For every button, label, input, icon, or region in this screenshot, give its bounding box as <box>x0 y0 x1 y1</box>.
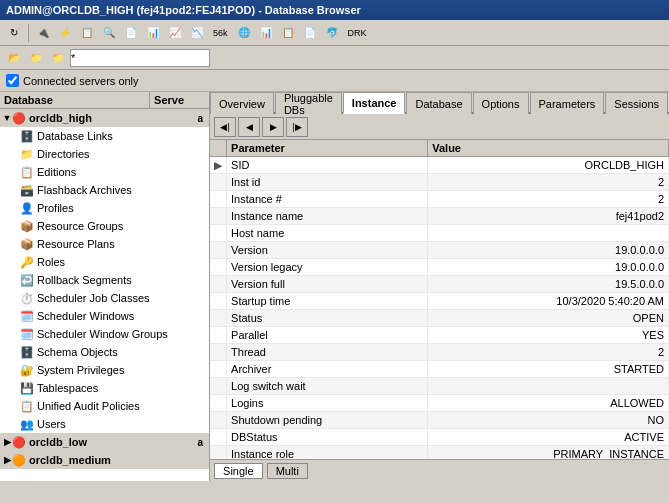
tab-pluggable-dbs[interactable]: Pluggable DBs <box>275 92 342 114</box>
param-cell: Instance # <box>227 191 428 208</box>
disconnect-btn[interactable]: ⚡ <box>55 23 75 43</box>
tree-item-orcldb-low[interactable]: ▶ 🔴 orcldb_low a <box>0 433 209 451</box>
properties-btn[interactable]: 📋 <box>77 23 97 43</box>
param-cell: Thread <box>227 344 428 361</box>
tree-item-tablespaces[interactable]: 💾 Tablespaces <box>0 379 209 397</box>
folder-open-btn[interactable]: 📂 <box>4 48 24 68</box>
table-row[interactable]: DBStatusACTIVE <box>210 429 668 446</box>
tree-item-flashback-archives[interactable]: 🗃️ Flashback Archives <box>0 181 209 199</box>
tree-label-tablespaces: Tablespaces <box>37 382 98 394</box>
tree-item-scheduler-job-classes[interactable]: ⏱️ Scheduler Job Classes <box>0 289 209 307</box>
left-header: Database Serve <box>0 92 209 109</box>
bottom-tab-multi[interactable]: Multi <box>267 463 308 479</box>
nav-prev-btn[interactable]: ◀ <box>238 117 260 137</box>
table-row[interactable]: ParallelYES <box>210 327 668 344</box>
tree-item-database-links[interactable]: 🗄️ Database Links <box>0 127 209 145</box>
nav-first-btn[interactable]: ◀| <box>214 117 236 137</box>
header-database: Database <box>0 92 149 108</box>
tree-label-scheduler-window-groups: Scheduler Window Groups <box>37 328 168 340</box>
tree-label-orcldb-low: orcldb_low <box>29 436 87 448</box>
tree-item-orcldb-medium[interactable]: ▶ 🟠 orcldb_medium <box>0 451 209 469</box>
btn10[interactable]: 🌐 <box>234 23 254 43</box>
table-row[interactable]: ArchiverSTARTED <box>210 361 668 378</box>
tree-item-roles[interactable]: 🔑 Roles <box>0 253 209 271</box>
tree-value-orcldb-high: a <box>198 113 208 124</box>
connected-servers-checkbox[interactable] <box>6 74 19 87</box>
tree-label-editions: Editions <box>37 166 76 178</box>
refresh-btn[interactable]: ↻ <box>4 23 24 43</box>
btn15[interactable]: DRK <box>344 23 371 43</box>
btn8[interactable]: 📉 <box>187 23 207 43</box>
table-row[interactable]: Instance rolePRIMARY_INSTANCE <box>210 446 668 460</box>
folder-icon-database-links: 🗄️ <box>20 130 34 143</box>
bottom-tab-single[interactable]: Single <box>214 463 263 479</box>
btn7[interactable]: 📈 <box>165 23 185 43</box>
tree-item-schema-objects[interactable]: 🗄️ Schema Objects <box>0 343 209 361</box>
tab-options[interactable]: Options <box>473 92 529 114</box>
tree-item-profiles[interactable]: 👤 Profiles <box>0 199 209 217</box>
tab-database[interactable]: Database <box>406 92 471 114</box>
table-row[interactable]: LoginsALLOWED <box>210 395 668 412</box>
table-row[interactable]: Log switch wait <box>210 378 668 395</box>
tree-area[interactable]: ▼ 🔴 orcldb_high a 🗄️ Database Links 📁 Di… <box>0 109 209 481</box>
tab-instance[interactable]: Instance <box>343 92 406 114</box>
expand-cell[interactable]: ▶ <box>210 157 227 174</box>
tab-parameters[interactable]: Parameters <box>530 92 605 114</box>
table-row[interactable]: ▶SIDORCLDB_HIGH <box>210 157 668 174</box>
table-row[interactable]: Version19.0.0.0.0 <box>210 242 668 259</box>
tab-overview[interactable]: Overview <box>210 92 274 114</box>
value-cell <box>428 225 669 242</box>
nav-last-btn[interactable]: |▶ <box>286 117 308 137</box>
btn5[interactable]: 📄 <box>121 23 141 43</box>
filter-btn[interactable]: 🔍 <box>99 23 119 43</box>
tab-sessions[interactable]: Sessions <box>605 92 668 114</box>
tree-item-unified-audit[interactable]: 📋 Unified Audit Policies <box>0 397 209 415</box>
main-area: Database Serve ▼ 🔴 orcldb_high a 🗄️ Data… <box>0 92 669 481</box>
btn14[interactable]: 🐬 <box>322 23 342 43</box>
table-row[interactable]: Inst id2 <box>210 174 668 191</box>
table-row[interactable]: StatusOPEN <box>210 310 668 327</box>
tree-item-system-privileges[interactable]: 🔐 System Privileges <box>0 361 209 379</box>
tree-item-rollback-segments[interactable]: ↩️ Rollback Segments <box>0 271 209 289</box>
tree-item-orcldb-high[interactable]: ▼ 🔴 orcldb_high a <box>0 109 209 127</box>
btn12[interactable]: 📋 <box>278 23 298 43</box>
value-cell: 2 <box>428 344 669 361</box>
expand-icon-orcldb-medium[interactable]: ▶ <box>2 455 12 465</box>
nav-next-btn[interactable]: ▶ <box>262 117 284 137</box>
btn11[interactable]: 📊 <box>256 23 276 43</box>
tree-label-roles: Roles <box>37 256 65 268</box>
table-row[interactable]: Version legacy19.0.0.0.0 <box>210 259 668 276</box>
expand-icon-orcldb-high[interactable]: ▼ <box>2 113 12 123</box>
value-cell: 2 <box>428 191 669 208</box>
connect-btn[interactable]: 🔌 <box>33 23 53 43</box>
param-cell: DBStatus <box>227 429 428 446</box>
param-cell: Shutdown pending <box>227 412 428 429</box>
tree-item-resource-groups[interactable]: 📦 Resource Groups <box>0 217 209 235</box>
tree-item-resource-plans[interactable]: 📦 Resource Plans <box>0 235 209 253</box>
tree-item-users[interactable]: 👥 Users <box>0 415 209 433</box>
table-row[interactable]: Version full19.5.0.0.0 <box>210 276 668 293</box>
table-row[interactable]: Instance #2 <box>210 191 668 208</box>
tree-item-scheduler-window-groups[interactable]: 🗓️ Scheduler Window Groups <box>0 325 209 343</box>
folder-icon-users: 👥 <box>20 418 34 431</box>
btn13[interactable]: 📄 <box>300 23 320 43</box>
folder-icon-resource-plans: 📦 <box>20 238 34 251</box>
expand-icon-orcldb-low[interactable]: ▶ <box>2 437 12 447</box>
table-row[interactable]: Startup time10/3/2020 5:40:20 AM <box>210 293 668 310</box>
param-cell: Log switch wait <box>227 378 428 395</box>
table-row[interactable]: Host name <box>210 225 668 242</box>
table-row[interactable]: Instance namefej41pod2 <box>210 208 668 225</box>
folder-new-btn[interactable]: 📁 <box>26 48 46 68</box>
btn6[interactable]: 📊 <box>143 23 163 43</box>
main-toolbar: ↻ 🔌 ⚡ 📋 🔍 📄 📊 📈 📉 56k 🌐 📊 📋 📄 🐬 DRK <box>0 20 669 46</box>
tree-item-scheduler-windows[interactable]: 🗓️ Scheduler Windows <box>0 307 209 325</box>
param-cell: Version <box>227 242 428 259</box>
tree-item-editions[interactable]: 📋 Editions <box>0 163 209 181</box>
folder-btn3[interactable]: 📁 <box>48 48 68 68</box>
table-row[interactable]: Shutdown pendingNO <box>210 412 668 429</box>
param-cell: SID <box>227 157 428 174</box>
btn9[interactable]: 56k <box>209 23 232 43</box>
path-input[interactable] <box>70 49 210 67</box>
table-row[interactable]: Thread2 <box>210 344 668 361</box>
tree-item-directories[interactable]: 📁 Directories <box>0 145 209 163</box>
